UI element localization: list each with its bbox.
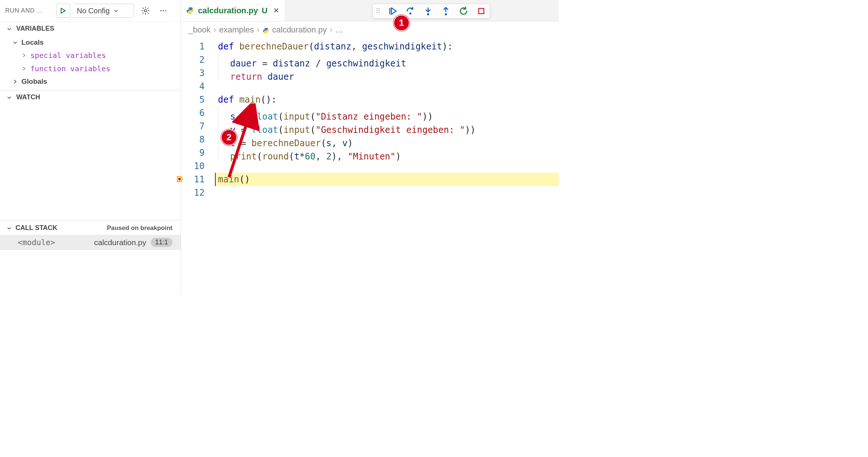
svg-point-10 [178, 178, 181, 180]
chevron-down-icon [113, 8, 119, 13]
variables-locals[interactable]: Locals [0, 36, 181, 49]
breadcrumb-item[interactable]: … [335, 25, 344, 35]
code-line[interactable]: 8t = berechneDauer(s, v) [181, 133, 559, 146]
code-content[interactable] [215, 186, 559, 199]
python-file-icon [186, 7, 194, 15]
line-number[interactable]: 8 [181, 133, 215, 146]
code-line[interactable]: 11main() [181, 173, 559, 186]
run-and-debug-header: RUN AND … No Config [0, 0, 181, 22]
code-line[interactable]: 4 [181, 80, 559, 93]
line-number[interactable]: 3 [181, 66, 215, 80]
callstack-frame[interactable]: <module> calcduration.py 11:1 [0, 235, 181, 250]
breadcrumb-item[interactable]: examples [219, 25, 254, 35]
restart-icon [459, 6, 468, 16]
python-file-icon [263, 27, 269, 33]
restart-button[interactable] [458, 6, 469, 17]
svg-point-15 [427, 13, 429, 16]
breadcrumb-item[interactable]: _book [188, 25, 211, 35]
code-content[interactable]: print(round(t*60, 2), "Minuten") [215, 146, 559, 159]
code-line[interactable]: 3return dauer [181, 66, 559, 80]
svg-point-5 [189, 8, 189, 8]
stop-button[interactable] [476, 6, 487, 17]
line-number[interactable]: 2 [181, 53, 215, 66]
breakpoint-current-icon [177, 176, 183, 182]
code-content[interactable]: return dauer [215, 66, 559, 80]
editor-tab[interactable]: calcduration.py U [181, 0, 284, 21]
step-over-button[interactable] [405, 6, 416, 17]
drag-handle-icon[interactable]: ⠿ [376, 7, 380, 15]
annotation-badge-2: 2 [221, 129, 237, 145]
line-number[interactable]: 7 [181, 120, 215, 133]
callstack-label: CALL STACK [16, 224, 57, 232]
line-number[interactable]: 1 [181, 40, 215, 53]
chevron-down-icon [7, 226, 12, 231]
debug-config-dropdown[interactable]: No Config [73, 4, 134, 18]
code-line[interactable]: 9print(round(t*60, 2), "Minuten") [181, 146, 559, 159]
step-into-button[interactable] [423, 6, 434, 17]
more-actions-button[interactable] [157, 4, 170, 17]
step-into-icon [423, 6, 433, 16]
variables-function[interactable]: function variables [0, 62, 181, 75]
variables-label: VARIABLES [16, 25, 54, 32]
stop-icon [477, 7, 486, 16]
chevron-right-icon [21, 53, 27, 58]
line-number[interactable]: 11 [181, 173, 215, 186]
line-number[interactable]: 10 [181, 159, 215, 173]
chevron-down-icon [7, 95, 12, 100]
step-out-icon [441, 6, 451, 16]
globals-label: Globals [21, 78, 47, 86]
svg-point-3 [163, 10, 164, 11]
code-line[interactable]: 2dauer = distanz / geschwindigkeit [181, 53, 559, 66]
frame-position: 11:1 [151, 238, 172, 247]
chevron-right-icon: › [330, 25, 332, 35]
code-line[interactable]: 1def berechneDauer(distanz, geschwindigk… [181, 40, 559, 53]
line-number[interactable]: 4 [181, 80, 215, 93]
code-line[interactable]: 7v = float(input("Geschwindigkeit eingeb… [181, 120, 559, 133]
tabs-row: calcduration.py U [181, 0, 559, 21]
close-tab-button[interactable] [273, 6, 279, 16]
code-area[interactable]: 1def berechneDauer(distanz, geschwindigk… [181, 38, 559, 199]
code-content[interactable] [215, 159, 559, 173]
code-line[interactable]: 6s = float(input("Distanz eingeben: ")) [181, 106, 559, 120]
chevron-right-icon: › [257, 25, 259, 35]
svg-point-2 [160, 10, 162, 11]
breadcrumb-item[interactable]: calcduration.py [272, 25, 327, 35]
ellipsis-icon [159, 7, 167, 15]
line-number[interactable]: 5 [181, 93, 215, 106]
chevron-down-icon [13, 40, 18, 45]
line-number[interactable]: 12 [181, 186, 215, 199]
watch-section-header[interactable]: WATCH [0, 90, 181, 104]
line-number[interactable]: 6 [181, 106, 215, 120]
code-content[interactable] [215, 80, 559, 93]
callstack-section: CALL STACK Paused on breakpoint <module>… [0, 220, 181, 294]
code-content[interactable]: main() [215, 173, 559, 186]
frame-file: calcduration.py [94, 238, 146, 247]
code-line[interactable]: 10 [181, 159, 559, 173]
code-content[interactable]: def main(): [215, 93, 559, 106]
line-number[interactable]: 9 [181, 146, 215, 159]
code-content[interactable]: v = float(input("Geschwindigkeit eingebe… [215, 120, 559, 133]
code-content[interactable]: dauer = distanz / geschwindigkeit [215, 53, 559, 66]
start-debug-button[interactable] [56, 4, 70, 18]
svg-marker-12 [392, 8, 396, 14]
chevron-right-icon: › [213, 25, 216, 35]
play-icon [60, 7, 66, 14]
code-content[interactable]: t = berechneDauer(s, v) [215, 133, 559, 146]
code-line[interactable]: 12 [181, 186, 559, 199]
svg-point-17 [445, 13, 447, 16]
step-out-button[interactable] [440, 6, 451, 17]
continue-button[interactable] [387, 6, 398, 17]
tab-modified-marker: U [262, 6, 268, 16]
svg-point-6 [191, 13, 192, 13]
breadcrumb[interactable]: _book › examples › calcduration.py › … [181, 21, 559, 38]
variables-special[interactable]: special variables [0, 49, 181, 62]
svg-point-1 [144, 10, 147, 12]
debug-settings-button[interactable] [139, 4, 152, 17]
code-line[interactable]: 5def main(): [181, 93, 559, 106]
variables-globals[interactable]: Globals [0, 75, 181, 88]
code-content[interactable]: def berechneDauer(distanz, geschwindigke… [215, 40, 559, 53]
variables-section-header[interactable]: VARIABLES [0, 22, 181, 35]
debug-toolbar[interactable]: ⠿ [372, 4, 490, 18]
callstack-section-header[interactable]: CALL STACK Paused on breakpoint [0, 220, 181, 235]
code-content[interactable]: s = float(input("Distanz eingeben: ")) [215, 106, 559, 120]
